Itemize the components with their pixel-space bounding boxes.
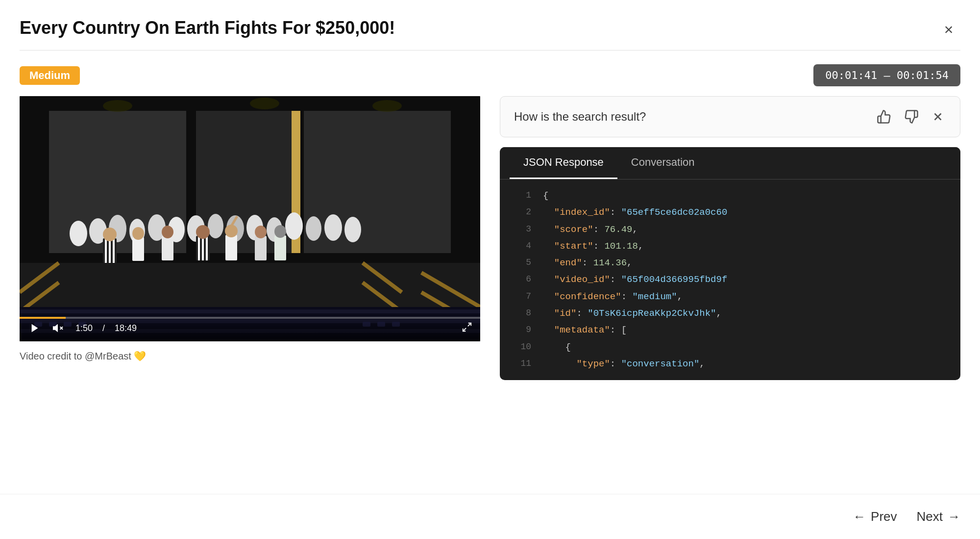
svg-point-32 (196, 225, 210, 239)
svg-point-38 (225, 225, 238, 237)
svg-point-22 (344, 217, 361, 242)
bottom-navigation: ← Prev Next → (0, 494, 980, 539)
time-range-display: 00:01:41 – 00:01:54 (813, 64, 960, 86)
svg-rect-41 (274, 235, 286, 260)
search-result-question: How is the search result? (514, 110, 646, 124)
tab-conversation[interactable]: Conversation (617, 147, 709, 179)
svg-rect-24 (105, 238, 107, 263)
json-line-8: 8 "id": "0TsK6icpReaKkp2CkvJhk", (500, 305, 960, 322)
progress-fill (20, 317, 66, 319)
svg-line-69 (463, 328, 466, 331)
svg-point-21 (324, 214, 342, 241)
svg-point-27 (103, 228, 117, 241)
svg-rect-51 (20, 309, 480, 313)
thumbs-up-button[interactable] (875, 107, 893, 126)
total-time: 18:49 (115, 323, 137, 334)
video-controls: 1:50 / 18:49 (20, 317, 480, 341)
fullscreen-button[interactable] (462, 322, 472, 335)
svg-rect-30 (202, 236, 204, 260)
search-result-box: How is the search result? (500, 96, 960, 137)
json-line-1: 1 { (500, 187, 960, 204)
close-icon (931, 110, 944, 123)
progress-bar[interactable] (20, 317, 480, 319)
mute-button[interactable] (50, 321, 66, 335)
json-body: 1 { 2 "index_id": "65eff5ce6dc02a0c60 3 … (500, 180, 960, 380)
json-line-5: 5 "end": 114.36, (500, 255, 960, 271)
svg-marker-64 (32, 324, 38, 333)
json-line-4: 4 "start": 101.18, (500, 238, 960, 255)
time-separator: / (102, 323, 105, 334)
confidence-badge: Medium (20, 66, 80, 85)
json-line-6: 6 "video_id": "65f004d366995fbd9f (500, 271, 960, 288)
svg-rect-37 (225, 235, 237, 260)
thumbs-down-icon (904, 109, 919, 124)
svg-point-62 (250, 98, 279, 109)
svg-line-68 (468, 323, 471, 326)
svg-point-8 (70, 221, 87, 246)
prev-button[interactable]: ← Prev (853, 509, 897, 524)
thumbs-up-icon (877, 109, 891, 124)
svg-rect-26 (113, 238, 115, 263)
json-line-3: 3 "score": 76.49, (500, 221, 960, 238)
svg-point-15 (208, 214, 223, 238)
json-panel: JSON Response Conversation 1 { 2 "index_… (500, 147, 960, 380)
play-icon (29, 323, 40, 334)
next-label: Next (917, 509, 943, 524)
right-panel: How is the search result? (500, 96, 960, 380)
svg-point-19 (285, 212, 303, 240)
fullscreen-icon (462, 322, 472, 333)
json-tabs: JSON Response Conversation (500, 147, 960, 180)
json-line-7: 7 "confidence": "medium", (500, 288, 960, 305)
svg-point-36 (162, 226, 173, 238)
json-line-9: 9 "metadata": [ (500, 322, 960, 338)
svg-rect-31 (206, 236, 208, 260)
svg-point-34 (132, 227, 144, 240)
page-title: Every Country On Earth Fights For $250,0… (20, 18, 395, 38)
svg-rect-35 (162, 236, 173, 260)
svg-point-63 (372, 100, 402, 112)
header-divider (20, 50, 960, 51)
play-button[interactable] (27, 321, 42, 335)
svg-point-42 (274, 225, 286, 238)
prev-arrow-icon: ← (853, 509, 866, 524)
video-wrapper: 1:50 / 18:49 Video credit to @MrBeas (20, 96, 480, 362)
video-player[interactable]: 1:50 / 18:49 (20, 96, 480, 341)
dismiss-button[interactable] (930, 108, 946, 125)
svg-rect-29 (198, 236, 200, 260)
svg-point-20 (306, 216, 321, 241)
mute-icon (52, 323, 64, 334)
tab-json-response[interactable]: JSON Response (510, 147, 617, 179)
search-result-actions (875, 107, 946, 126)
svg-marker-65 (53, 325, 57, 332)
close-button[interactable]: × (937, 18, 960, 41)
json-line-11: 11 "type": "conversation", (500, 356, 960, 372)
json-line-2: 2 "index_id": "65eff5ce6dc02a0c60 (500, 204, 960, 221)
svg-rect-39 (255, 236, 267, 260)
svg-rect-25 (109, 238, 111, 263)
prev-label: Prev (871, 509, 897, 524)
thumbs-down-button[interactable] (902, 107, 921, 126)
json-line-10: 10 { (500, 339, 960, 356)
next-button[interactable]: Next → (917, 509, 960, 524)
video-credit: Video credit to @MrBeast 💛 (20, 350, 480, 362)
next-arrow-icon: → (948, 509, 960, 524)
svg-rect-33 (132, 237, 144, 261)
video-frame (20, 96, 480, 341)
svg-point-61 (103, 100, 132, 112)
current-time: 1:50 (75, 323, 93, 334)
svg-point-40 (255, 226, 267, 238)
